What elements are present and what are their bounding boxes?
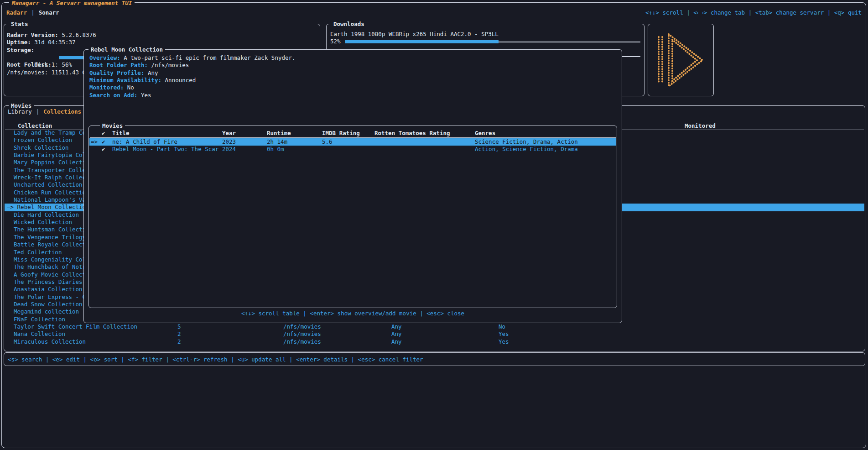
collection-detail-line: Quality Profile: Any: [89, 69, 296, 77]
radarr-version-value: 5.2.6.8376: [62, 31, 96, 38]
collection-movie-count: 2: [177, 338, 181, 345]
footer-help-bar: <s> search | <e> edit | <o> sort | <f> f…: [4, 352, 865, 366]
tab-separator: |: [31, 9, 35, 16]
collection-name: Frozen Collection: [7, 136, 72, 144]
collection-quality-profile: Any: [391, 338, 402, 345]
detail-value: Any: [148, 69, 158, 76]
collection-detail-line: Search on Add: Yes: [89, 92, 296, 99]
detail-value: A two-part sci-fi epic from filmmaker Za…: [124, 54, 295, 61]
collection-search-on-add: No: [499, 323, 505, 330]
collection-root-folder: /nfs/movies: [283, 330, 321, 338]
collection-name: Lady and the Tramp Co: [7, 129, 86, 136]
modal-movies-title: Movies: [100, 122, 125, 130]
monitored-column-header: Monitored: [685, 122, 716, 130]
collection-name: Miss Congeniality Col: [7, 256, 86, 263]
movies-table-header: ✔ Title Year Runtime IMDB Rating Rotten …: [89, 130, 616, 137]
movie-row[interactable]: =>✔ne: A Child of Fire20232h 14m5.6Scien…: [89, 138, 616, 146]
collection-name: Wicked Collection: [7, 219, 72, 226]
tab-separator: |: [36, 108, 40, 115]
detail-value: Yes: [141, 92, 151, 99]
uptime-label: Uptime:: [7, 39, 31, 46]
collection-search-on-add: Yes: [499, 338, 509, 345]
movie-genres: Science Fiction, Drama, Action: [475, 138, 578, 146]
collection-name: Miraculous Collection: [7, 338, 86, 345]
collection-search-on-add: Yes: [499, 330, 509, 338]
footer-help: <s> search | <e> edit | <o> sort | <f> f…: [8, 353, 423, 366]
collection-row[interactable]: Nana Collection2/nfs/moviesAnyYes: [5, 330, 864, 338]
detail-label: Search on Add:: [89, 92, 137, 99]
detail-label: Overview:: [89, 54, 120, 61]
collection-detail-line: Root Folder Path: /nfs/movies: [89, 62, 296, 69]
detail-value: /nfs/movies: [151, 62, 189, 68]
movie-imdb-rating: 5.6: [322, 138, 333, 146]
movie-row[interactable]: ✔Rebel Moon - Part Two: The Scar20240h 0…: [89, 146, 616, 153]
collection-name: Taylor Swift Concert Film Collection: [7, 323, 137, 330]
collection-name: Anastasia Collection: [7, 286, 83, 293]
column-header-rotten-tomatoes: Rotten Tomatoes Rating: [374, 130, 450, 137]
download-progress-bar: [345, 38, 640, 45]
collection-quality-profile: Any: [391, 323, 402, 330]
collection-column-header: Collection: [18, 122, 52, 130]
collection-quality-profile: Any: [391, 330, 402, 338]
collection-name: Chicken Run Collectio: [7, 189, 86, 196]
play-logo-icon: [654, 30, 708, 91]
selection-marker: =>: [91, 138, 98, 146]
collection-row[interactable]: Taylor Swift Concert Film Collection5/nf…: [5, 323, 864, 330]
column-header-imdb: IMDB Rating: [322, 130, 360, 137]
managarr-screen: Managarr - A Servarr management TUI Rada…: [0, 0, 868, 450]
stats-panel-title: Stats: [9, 20, 31, 28]
collection-name: The Hunchback of Notr: [7, 263, 86, 271]
column-header-genres: Genres: [475, 130, 495, 137]
collection-name: Shrek Collection: [7, 144, 68, 152]
download-item-name: Earth 1998 1080p WEBRip x265 Hindi AAC2.…: [330, 31, 640, 38]
detail-label: Root Folder Path:: [89, 62, 148, 68]
movie-title: ne: A Child of Fire: [112, 138, 177, 146]
collection-name: Nana Collection: [7, 330, 65, 338]
collection-detail-line: Minimum Availability: Announced: [89, 77, 296, 84]
logo-panel: [648, 24, 714, 96]
collection-name: FNaF Collection: [7, 316, 65, 323]
monitored-check-icon: ✔: [102, 138, 105, 146]
collection-row[interactable]: Miraculous Collection2/nfs/moviesAnyYes: [5, 338, 864, 345]
column-header-runtime: Runtime: [267, 130, 291, 137]
movie-title: Rebel Moon - Part Two: The Scar: [112, 146, 218, 153]
collection-name: => Rebel Moon Collection: [7, 204, 89, 211]
tab-sonarr[interactable]: Sonarr: [39, 9, 59, 16]
movie-runtime: 2h 14m: [267, 138, 287, 146]
movie-year: 2023: [222, 138, 236, 146]
downloads-panel-title: Downloads: [331, 20, 367, 28]
uptime-value: 31d 04:35:37: [34, 39, 75, 46]
collection-name: Dead Snow Collection: [7, 301, 83, 308]
collection-detail-line: Monitored: No: [89, 84, 296, 91]
column-header-year: Year: [222, 130, 236, 137]
root-folder-value: /nfs/movies: 11511.43 GB: [7, 69, 89, 76]
detail-label: Quality Profile:: [89, 69, 144, 76]
movies-table-rows: =>✔ne: A Child of Fire20232h 14m5.6Scien…: [89, 138, 616, 153]
collection-name: The Huntsman Collecti: [7, 226, 86, 233]
collection-name: The Vengeance Trilogy: [7, 234, 86, 241]
collection-root-folder: /nfs/movies: [283, 338, 321, 345]
collection-name: Die Hard Collection: [7, 211, 79, 219]
collection-name: Ted Collection: [7, 249, 62, 256]
detail-value: No: [127, 84, 134, 91]
tab-radarr[interactable]: Radarr: [6, 9, 27, 16]
detail-label: Minimum Availability:: [89, 77, 161, 84]
collection-movie-count: 2: [177, 330, 181, 338]
column-header-monitored-check: ✔: [102, 130, 105, 137]
progress-fill: [345, 40, 499, 43]
collection-name: National Lampoon's Va: [7, 196, 86, 204]
modal-movies-table: Movies ✔ Title Year Runtime IMDB Rating …: [88, 126, 617, 308]
collection-details: Overview: A two-part sci-fi epic from fi…: [89, 54, 296, 99]
movies-tabs: Library|Collections|: [8, 108, 89, 115]
collection-root-folder: /nfs/movies: [283, 323, 321, 330]
collection-name: Mary Poppins Collecti: [7, 159, 86, 166]
root-folders-label: Root Folders:: [7, 61, 52, 68]
modal-title: Rebel Moon Collection: [88, 46, 165, 53]
collection-name: Megamind collection: [7, 308, 79, 315]
tab-library[interactable]: Library: [8, 108, 32, 115]
detail-label: Monitored:: [89, 84, 124, 91]
storage-label: Storage:: [7, 47, 34, 53]
tab-collections[interactable]: Collections: [43, 108, 81, 115]
collection-name: The Princess Diaries: [7, 278, 83, 286]
download-percent: 52%: [330, 38, 341, 45]
